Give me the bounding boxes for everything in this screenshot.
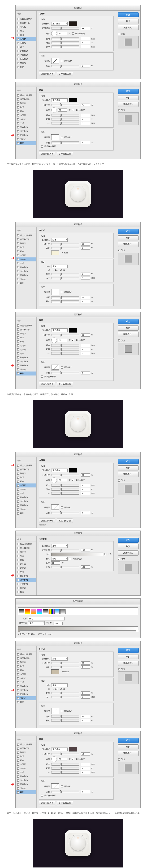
checkbox-icon[interactable] <box>17 34 20 36</box>
sidebar-item[interactable]: 投影 <box>15 790 36 795</box>
set-default-button[interactable]: 设置为默认值 <box>39 519 55 523</box>
select[interactable]: 正片叠底 <box>51 469 68 472</box>
checkbox-icon[interactable] <box>17 779 20 781</box>
slider[interactable] <box>51 763 79 766</box>
number-input[interactable]: 0 <box>81 371 90 374</box>
contour-picker[interactable] <box>51 58 59 64</box>
checkbox-icon[interactable] <box>17 768 20 770</box>
sidebar-item[interactable]: 颜色叠加 <box>15 355 36 360</box>
contour-picker[interactable] <box>51 783 59 789</box>
checkbox-icon[interactable] <box>17 22 20 24</box>
slider[interactable] <box>51 27 79 30</box>
checkbox-icon[interactable] <box>17 270 20 272</box>
sidebar-item[interactable]: 渐变叠加 <box>15 129 36 133</box>
number-input[interactable]: 0 <box>81 141 90 144</box>
number-input[interactable]: 0 <box>81 665 90 669</box>
sidebar-item[interactable]: 纹理 <box>15 664 36 669</box>
preview-checkbox[interactable] <box>118 558 120 560</box>
sidebar-item[interactable]: 等高线 <box>15 471 36 475</box>
knockout-checkbox[interactable] <box>41 375 43 378</box>
contour-picker[interactable] <box>51 365 59 370</box>
sidebar-item[interactable]: 纹理 <box>15 245 36 249</box>
angle-dial[interactable] <box>51 756 57 762</box>
sidebar-item[interactable]: 图案叠加 <box>15 582 36 586</box>
checkbox-icon[interactable] <box>17 254 20 256</box>
sidebar-item[interactable]: 等高线 <box>15 332 36 336</box>
checkbox-icon[interactable] <box>17 476 20 478</box>
sidebar-item[interactable]: 投影 <box>15 141 36 145</box>
checkbox-icon[interactable] <box>17 775 20 778</box>
checkbox-icon[interactable] <box>17 30 20 32</box>
checkbox-icon[interactable] <box>17 42 20 44</box>
checkbox-icon[interactable] <box>17 747 20 750</box>
sidebar-item[interactable]: 渐变叠加 <box>15 688 36 692</box>
sidebar-item[interactable]: 内阴影 <box>15 253 36 257</box>
sidebar-item[interactable]: 图案叠加 <box>15 273 36 277</box>
sidebar-item[interactable]: 内阴影 <box>15 344 36 347</box>
checkbox-icon[interactable] <box>17 469 20 471</box>
checkbox-icon[interactable] <box>17 587 20 589</box>
number-input[interactable]: 90 <box>58 757 67 761</box>
number-input[interactable]: 90 <box>51 561 60 564</box>
slider[interactable] <box>51 492 79 495</box>
number-input[interactable]: 1 <box>81 45 90 48</box>
checkbox-icon[interactable] <box>17 755 20 757</box>
checkbox-icon[interactable] <box>17 567 20 569</box>
color-swatch[interactable] <box>69 21 77 26</box>
checkbox-icon[interactable] <box>17 665 20 668</box>
anti-alias-checkbox[interactable] <box>61 136 63 138</box>
sidebar-item[interactable]: 内阴影 <box>15 763 36 767</box>
anti-alias-checkbox[interactable] <box>61 506 63 508</box>
checkbox-icon[interactable] <box>17 26 20 28</box>
new-style-button[interactable]: 新建样式... <box>118 472 139 477</box>
slider[interactable] <box>51 715 79 718</box>
sidebar-item[interactable]: 混合选项:默认 <box>15 323 36 328</box>
sidebar-item[interactable]: 描边 <box>15 758 36 763</box>
slider[interactable] <box>51 488 79 491</box>
checkbox-icon[interactable] <box>17 689 20 691</box>
gradient-presets[interactable] <box>18 608 138 615</box>
slider[interactable] <box>51 372 79 374</box>
slider[interactable] <box>51 549 79 551</box>
number-input[interactable]: 90 <box>58 339 67 342</box>
color-swatch[interactable] <box>51 670 59 674</box>
sidebar-item[interactable]: 等高线 <box>15 550 36 554</box>
checkbox-icon[interactable] <box>17 543 20 545</box>
checkbox-icon[interactable] <box>17 54 20 56</box>
sidebar-item[interactable]: 图案叠加 <box>15 57 36 61</box>
slider[interactable] <box>51 334 79 336</box>
checkbox-icon[interactable] <box>17 361 20 363</box>
checkbox-icon[interactable] <box>17 504 20 506</box>
sidebar-item[interactable]: 内发光 <box>15 347 36 351</box>
select[interactable]: 正片叠底 <box>51 747 68 751</box>
checkbox-icon[interactable] <box>17 513 20 515</box>
checkbox-icon[interactable] <box>17 787 20 789</box>
gradient-stop[interactable] <box>136 630 138 632</box>
select[interactable]: 正片叠底 <box>51 22 68 26</box>
sidebar-item[interactable]: 光泽 <box>15 45 36 49</box>
checkbox-icon[interactable] <box>17 681 20 683</box>
sidebar-item[interactable]: 渐变叠加 <box>15 53 36 57</box>
checkbox-icon[interactable] <box>17 348 20 350</box>
sidebar-item[interactable]: 描边 <box>15 558 36 562</box>
number-input[interactable]: 100 <box>81 565 90 568</box>
set-default-button[interactable]: 设置为默认值 <box>39 801 55 805</box>
checkbox-icon[interactable] <box>17 134 20 136</box>
slider[interactable] <box>51 273 79 275</box>
number-input[interactable]: 0 <box>81 41 90 44</box>
sidebar-item[interactable]: 光泽 <box>15 121 36 125</box>
sidebar-item[interactable]: 等高线 <box>15 101 36 105</box>
slider[interactable] <box>51 243 79 245</box>
cancel-button[interactable]: 取消 <box>118 544 139 549</box>
slider[interactable] <box>51 662 79 664</box>
checkbox-icon[interactable] <box>17 106 20 108</box>
sidebar-item[interactable]: 颜色叠加 <box>15 266 36 270</box>
preview-checkbox[interactable] <box>118 479 120 482</box>
sidebar-item[interactable]: 等高线 <box>15 750 36 754</box>
slider[interactable] <box>51 348 79 351</box>
sidebar-item[interactable]: 颜色叠加 <box>15 574 36 578</box>
sidebar-item[interactable]: 混合选项:默认 <box>15 17 36 21</box>
reset-default-button[interactable]: 复位为默认值 <box>57 519 73 523</box>
ok-button[interactable]: 确定 <box>118 538 139 543</box>
new-style-button[interactable]: 新建样式... <box>118 751 139 756</box>
